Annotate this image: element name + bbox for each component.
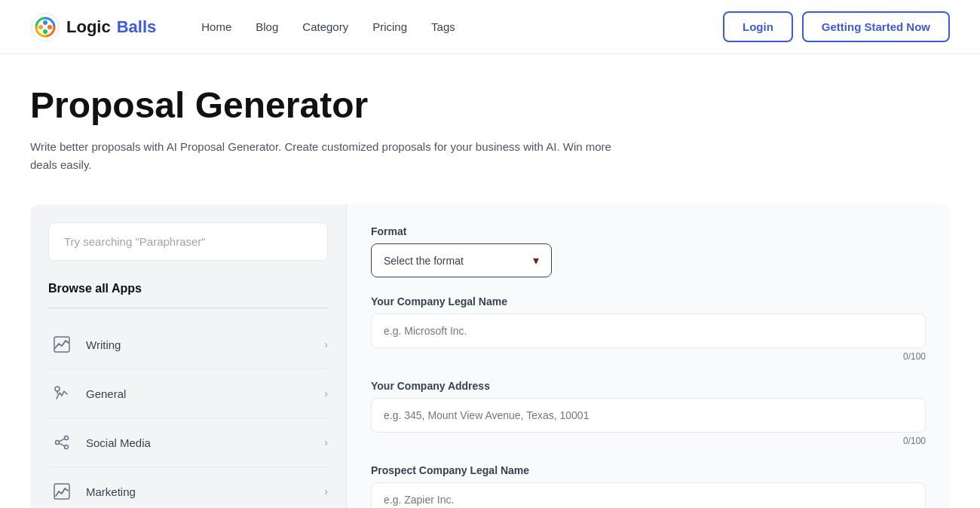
marketing-arrow-icon: › xyxy=(324,485,328,497)
prospect-name-label: Prospect Company Legal Name xyxy=(371,464,926,476)
svg-rect-5 xyxy=(54,337,69,352)
nav: Home Blog Category Pricing Tags xyxy=(201,20,693,33)
company-address-input[interactable] xyxy=(371,398,926,433)
get-started-button[interactable]: Getting Started Now xyxy=(802,11,950,42)
hero-section: Proposal Generator Write better proposal… xyxy=(0,54,980,189)
sidebar-item-writing-label: Writing xyxy=(86,338,324,351)
general-icon xyxy=(48,380,75,407)
format-select[interactable]: Select the format ▾ xyxy=(371,243,552,277)
sidebar-item-social-media-label: Social Media xyxy=(86,436,324,449)
format-label: Format xyxy=(371,225,926,237)
logo[interactable]: LogicBalls xyxy=(30,12,156,42)
svg-point-2 xyxy=(47,25,52,29)
format-select-value: Select the format xyxy=(384,255,464,267)
marketing-icon xyxy=(48,478,75,505)
company-name-input[interactable] xyxy=(371,314,926,348)
sidebar-item-general[interactable]: General › xyxy=(48,369,328,418)
svg-rect-13 xyxy=(54,484,69,499)
main-content: Try searching "Paraphraser" Browse all A… xyxy=(30,204,950,508)
svg-point-6 xyxy=(55,387,60,391)
divider xyxy=(48,308,328,308)
company-address-label: Your Company Address xyxy=(371,380,926,392)
sidebar-item-marketing[interactable]: Marketing › xyxy=(48,467,328,508)
format-group: Format Select the format ▾ xyxy=(371,225,926,277)
sidebar: Try searching "Paraphraser" Browse all A… xyxy=(30,204,347,508)
header-actions: Login Getting Started Now xyxy=(723,11,950,42)
header: LogicBalls Home Blog Category Pricing Ta… xyxy=(0,0,980,54)
svg-line-11 xyxy=(59,439,64,442)
company-name-count: 0/100 xyxy=(371,351,926,362)
prospect-name-input[interactable] xyxy=(371,482,926,508)
company-address-wrapper: 0/100 xyxy=(371,398,926,446)
sidebar-item-general-label: General xyxy=(86,387,324,400)
writing-icon xyxy=(48,331,75,358)
svg-line-12 xyxy=(59,443,64,446)
nav-item-tags[interactable]: Tags xyxy=(431,20,455,33)
prospect-name-wrapper: 0/100 xyxy=(371,482,926,508)
nav-item-blog[interactable]: Blog xyxy=(256,20,278,33)
sidebar-item-marketing-label: Marketing xyxy=(86,485,324,498)
form-panel: Format Select the format ▾ Your Company … xyxy=(347,204,950,508)
company-address-group: Your Company Address 0/100 xyxy=(371,380,926,446)
svg-point-8 xyxy=(65,436,69,440)
logo-text-logic: Logic xyxy=(66,17,111,37)
general-arrow-icon: › xyxy=(324,387,328,399)
nav-item-category[interactable]: Category xyxy=(302,20,348,33)
sidebar-item-social-media[interactable]: Social Media › xyxy=(48,418,328,467)
writing-arrow-icon: › xyxy=(324,338,328,350)
nav-item-home[interactable]: Home xyxy=(201,20,231,33)
prospect-name-group: Prospect Company Legal Name 0/100 xyxy=(371,464,926,508)
sidebar-item-writing[interactable]: Writing › xyxy=(48,320,328,369)
chevron-down-icon: ▾ xyxy=(533,253,539,268)
company-address-count: 0/100 xyxy=(371,436,926,446)
social-media-icon xyxy=(48,429,75,456)
login-button[interactable]: Login xyxy=(723,11,793,42)
company-name-wrapper: 0/100 xyxy=(371,314,926,362)
page-title: Proposal Generator xyxy=(30,84,950,126)
logo-text-balls: Balls xyxy=(117,17,157,37)
nav-item-pricing[interactable]: Pricing xyxy=(372,20,407,33)
company-name-group: Your Company Legal Name 0/100 xyxy=(371,295,926,362)
svg-point-10 xyxy=(65,445,69,449)
search-box[interactable]: Try searching "Paraphraser" xyxy=(48,222,328,261)
logo-icon xyxy=(30,12,60,42)
hero-description: Write better proposals with AI Proposal … xyxy=(30,138,618,174)
social-media-arrow-icon: › xyxy=(324,436,328,448)
browse-title: Browse all Apps xyxy=(48,282,328,295)
svg-point-3 xyxy=(43,29,47,34)
svg-point-4 xyxy=(38,25,43,29)
company-name-label: Your Company Legal Name xyxy=(371,295,926,308)
svg-point-9 xyxy=(56,441,60,445)
svg-point-1 xyxy=(43,20,47,25)
